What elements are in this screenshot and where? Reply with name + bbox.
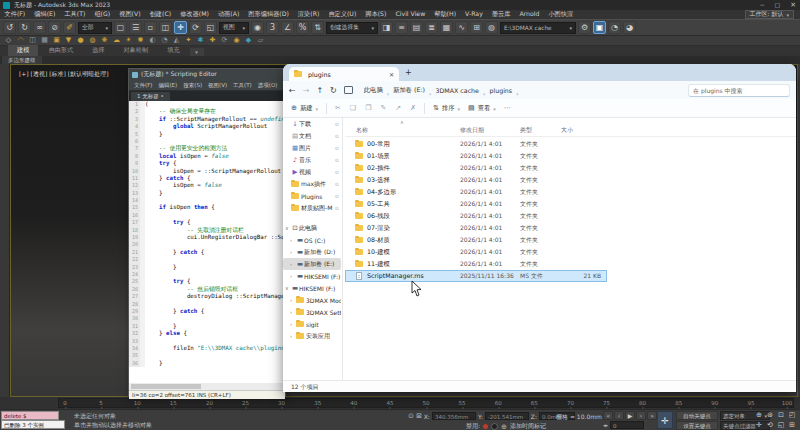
ribbon-panel-polygon-modeling[interactable]: 多边形建模 xyxy=(2,56,42,64)
use-pivot-point-icon[interactable]: ◉ xyxy=(251,21,264,34)
back-icon[interactable]: ← xyxy=(289,86,296,95)
refresh-icon[interactable]: ↻ xyxy=(330,86,337,95)
code-editor-area[interactable]: 1(2 -- 确保全局变量存在3 if ::ScriptManagerRollo… xyxy=(129,101,285,383)
bind-to-space-warp-icon[interactable]: ✐ xyxy=(63,21,76,34)
column-header-类型[interactable]: 类型 xyxy=(520,126,532,135)
sidebar-item-材质贴图-M[interactable]: 材质贴图-M xyxy=(283,202,341,214)
render-iterative-icon[interactable]: ◔ xyxy=(608,21,621,34)
up-icon[interactable]: ↑ xyxy=(316,86,323,95)
vray-plane-icon[interactable]: ▱ xyxy=(256,36,265,45)
file-row-00-常用[interactable]: 00-常用2026/1/1 4:01文件夹 xyxy=(345,138,796,150)
menu-item[interactable]: 小图快渲 xyxy=(544,10,578,19)
sidebar-item-sigit[interactable]: ›sigit xyxy=(283,318,341,330)
plant-icon[interactable]: ❋ xyxy=(100,36,109,45)
particles-icon[interactable]: ✱ xyxy=(196,36,205,45)
file-row-11-建模[interactable]: 11-建模2026/1/1 4:01文件夹 xyxy=(345,258,796,270)
mute-toggle-icon[interactable] xyxy=(491,423,498,430)
script-tab[interactable]: 1 无标题 • xyxy=(131,92,170,101)
menu-item[interactable]: Civil View xyxy=(391,10,430,19)
editor-menu-item[interactable]: 工具(T) xyxy=(230,82,255,89)
share-icon[interactable]: ↗ xyxy=(395,104,401,112)
breadcrumb-item[interactable]: plugins xyxy=(489,87,512,94)
editor-menu-item[interactable]: 搜索(S) xyxy=(180,82,205,89)
delete-icon[interactable]: ✗ xyxy=(410,104,416,112)
rendered-frame-window-icon[interactable]: ▣ xyxy=(593,21,606,34)
menu-item[interactable]: 修改器(M) xyxy=(176,10,214,19)
ribbon-tab-对象绘制[interactable]: 对象绘制 xyxy=(115,45,158,56)
pan-icon[interactable]: ✛ xyxy=(754,421,764,430)
file-row-08-材质[interactable]: 08-材质2026/1/1 4:01文件夹 xyxy=(345,234,796,246)
cloud-icon[interactable]: ☁ xyxy=(112,36,121,45)
explorer-tab-plugins[interactable]: plugins xyxy=(289,67,399,81)
orbit-icon[interactable]: ⟲ xyxy=(765,421,775,430)
column-header-修改日期[interactable]: 修改日期 xyxy=(460,126,484,135)
set-key-button[interactable]: 设置关键点 xyxy=(676,421,718,430)
more-options-button[interactable]: ⋯ xyxy=(504,104,511,112)
ribbon-tab-自由形式[interactable]: 自由形式 xyxy=(39,45,82,56)
file-row-06-线段[interactable]: 06-线段2026/1/1 4:01文件夹 xyxy=(345,210,796,222)
record-toggle-icon[interactable] xyxy=(483,424,488,429)
curve-editor-icon[interactable]: ∿ xyxy=(455,21,468,34)
isolate-selection-icon[interactable]: ⊙ xyxy=(408,412,414,420)
auto-key-button[interactable]: 自动关键点 xyxy=(676,411,718,420)
selection-lock-icon[interactable]: ⊠ xyxy=(416,412,422,420)
sidebar-item-视频[interactable]: ▶视频 xyxy=(283,166,341,178)
menu-item[interactable]: 工具(T) xyxy=(60,10,90,19)
file-row-02-插件[interactable]: 02-插件2026/1/1 4:01文件夹 xyxy=(345,162,796,174)
material-editor-icon[interactable]: ◍ xyxy=(485,21,498,34)
listener-output-line[interactable]: 已删除 3 个实例 xyxy=(1,420,65,429)
sidebar-item-Plugins[interactable]: Plugins xyxy=(283,190,341,202)
cut-icon[interactable]: ✂ xyxy=(335,104,341,112)
select-by-name-icon[interactable]: ☰ xyxy=(129,21,142,34)
add-time-tag-label[interactable]: 添加时间标记 xyxy=(510,422,546,430)
menu-item[interactable]: 自定义(U) xyxy=(324,10,361,19)
horizontal-scrollbar[interactable] xyxy=(129,383,285,390)
close-button[interactable] xyxy=(790,0,796,10)
editor-menu-item[interactable]: 视图(V) xyxy=(205,82,230,89)
percent-snap-icon[interactable]: % xyxy=(296,21,309,34)
sidebar-item-图片[interactable]: ▦图片 xyxy=(283,142,341,154)
named-selection-sets-field[interactable]: 创建选择集 xyxy=(326,22,378,34)
new-button[interactable]: ⊕ 新建 xyxy=(291,104,318,113)
editor-menu-item[interactable]: 选项(O) xyxy=(255,82,281,89)
maximize-viewport-toggle-icon[interactable]: ⊞ xyxy=(787,421,797,430)
menu-item[interactable]: 动画(A) xyxy=(213,10,243,19)
file-row-07-渲染[interactable]: 07-渲染2026/1/1 4:01文件夹 xyxy=(345,222,796,234)
menu-item[interactable]: 编辑(E) xyxy=(30,10,60,19)
teapot-icon[interactable]: ◍ xyxy=(88,36,97,45)
menu-item[interactable]: 脚本(S) xyxy=(361,10,391,19)
space-warp-icon[interactable]: ✚ xyxy=(208,36,217,45)
ribbon-tab-建模[interactable]: 建模 xyxy=(8,45,38,56)
select-and-rotate-icon[interactable]: ⟳ xyxy=(189,21,202,34)
paste-icon[interactable]: ❐ xyxy=(365,104,371,112)
schematic-view-icon[interactable]: ⊞ xyxy=(470,21,483,34)
sidebar-item-3DMAX Mod[interactable]: ›3DMAX Mod xyxy=(283,294,341,306)
sidebar-item-安装应用[interactable]: ›安装应用 xyxy=(283,330,341,342)
selection-filter-dropdown[interactable]: 全部 xyxy=(78,22,112,34)
search-input[interactable]: 在 plugins 中搜索 xyxy=(688,84,790,97)
zoom-extents-icon[interactable]: ⊡ xyxy=(776,411,786,420)
sky-light-icon[interactable]: ✺ xyxy=(136,36,145,45)
select-and-link-icon[interactable]: ∞ xyxy=(33,21,46,34)
previous-frame-icon[interactable]: ‹ xyxy=(614,411,624,420)
select-and-scale-icon[interactable]: ◱ xyxy=(204,21,217,34)
mirror-icon[interactable]: ◨ xyxy=(380,21,393,34)
project-path-field[interactable]: E:\3DMAX cache xyxy=(500,22,576,34)
go-to-start-icon[interactable]: « xyxy=(603,411,613,420)
unlink-selection-icon[interactable]: ⊘ xyxy=(48,21,61,34)
y-coordinate-field[interactable]: -201.541mm xyxy=(485,412,529,420)
target-light-icon[interactable]: ◔ xyxy=(160,36,169,45)
file-row-10-建模[interactable]: 10-建模2026/1/1 4:01文件夹 xyxy=(345,246,796,258)
menu-item[interactable]: 视图(V) xyxy=(115,10,145,19)
grid-helper-icon[interactable]: ▦ xyxy=(40,36,49,45)
physical-camera-icon[interactable]: ◭ xyxy=(172,36,181,45)
sort-button[interactable]: ⇅ 排序 xyxy=(433,104,460,113)
sidebar-item-3DMAX Setti[interactable]: ›3DMAX Setti xyxy=(283,306,341,318)
menu-item[interactable]: 文件(F) xyxy=(0,10,30,19)
current-frame-field[interactable]: 0 xyxy=(610,421,644,429)
rename-icon[interactable]: ✎ xyxy=(380,104,386,112)
spinner-snap-icon[interactable]: ⇅ xyxy=(311,21,324,34)
zoom-all-icon[interactable]: ⊛ xyxy=(765,411,775,420)
scripting-editor-title-bar[interactable]: (无标题) * Scripting Editor xyxy=(129,69,285,80)
viewport-label[interactable]: [+] [透视] [标准] [默认明暗处理] xyxy=(19,70,108,79)
